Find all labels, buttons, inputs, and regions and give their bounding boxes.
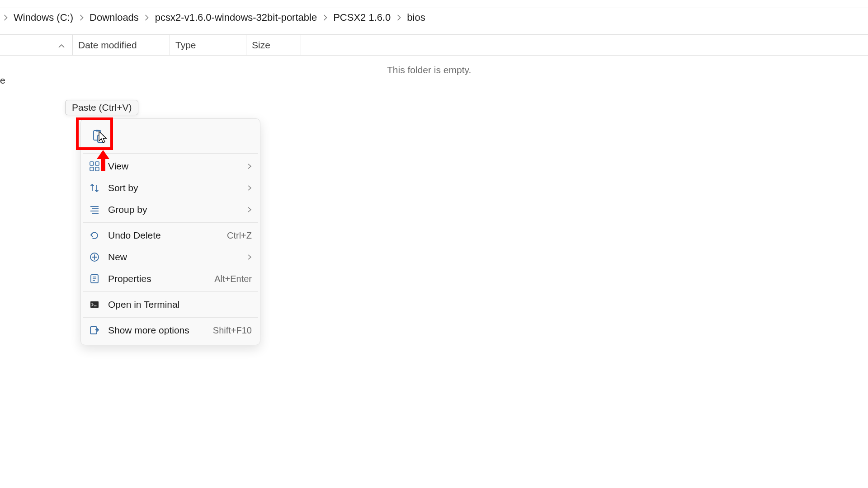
breadcrumb-item-bios[interactable]: bios <box>404 11 428 24</box>
menu-shortcut: Alt+Enter <box>214 274 252 284</box>
menu-item-undo-delete[interactable]: Undo Delete Ctrl+Z <box>81 225 260 246</box>
svg-rect-5 <box>90 167 94 171</box>
menu-shortcut: Shift+F10 <box>213 325 252 336</box>
group-by-icon <box>89 204 100 215</box>
column-header-size[interactable]: Size <box>246 40 301 51</box>
svg-rect-18 <box>90 301 99 308</box>
menu-item-label: Sort by <box>108 183 244 193</box>
menu-item-view[interactable]: View <box>81 155 260 177</box>
menu-item-open-terminal[interactable]: Open in Terminal <box>81 294 260 315</box>
breadcrumb-item-windows-c[interactable]: Windows (C:) <box>11 11 76 24</box>
menu-item-sort-by[interactable]: Sort by <box>81 177 260 199</box>
paste-button[interactable] <box>87 125 109 147</box>
menu-item-label: Show more options <box>108 325 213 336</box>
chevron-right-icon <box>247 161 252 172</box>
column-header-date[interactable]: Date modified <box>73 40 170 51</box>
sort-up-icon <box>58 40 65 51</box>
chevron-right-icon[interactable] <box>0 12 11 23</box>
menu-item-label: Undo Delete <box>108 230 227 241</box>
column-headers: e Date modified Type Size <box>0 35 868 55</box>
context-menu-action-row <box>81 122 260 151</box>
column-divider <box>301 35 301 55</box>
top-divider <box>0 8 868 8</box>
chevron-right-icon[interactable] <box>142 12 152 23</box>
paste-tooltip: Paste (Ctrl+V) <box>65 100 138 115</box>
menu-item-label: New <box>108 252 244 263</box>
paste-icon <box>92 129 104 143</box>
menu-divider <box>83 222 258 223</box>
context-menu: View Sort by Group by <box>80 118 260 345</box>
menu-divider <box>83 291 258 292</box>
chevron-right-icon[interactable] <box>320 12 330 23</box>
chevron-right-icon <box>247 252 252 263</box>
menu-item-label: View <box>108 161 244 172</box>
menu-item-show-more-options[interactable]: Show more options Shift+F10 <box>81 319 260 341</box>
columns-bottom-divider <box>0 55 868 56</box>
name-column-text-fragment: e <box>0 75 5 86</box>
svg-rect-6 <box>95 167 99 171</box>
menu-item-label: Open in Terminal <box>108 299 252 310</box>
breadcrumb-item-downloads[interactable]: Downloads <box>87 11 142 24</box>
menu-shortcut: Ctrl+Z <box>227 230 252 241</box>
menu-item-label: Properties <box>108 273 214 284</box>
svg-rect-20 <box>90 327 97 334</box>
menu-item-new[interactable]: New <box>81 246 260 268</box>
show-more-icon <box>89 325 100 336</box>
view-icon <box>89 161 100 172</box>
svg-rect-4 <box>95 162 99 165</box>
menu-divider <box>83 153 258 154</box>
column-header-type[interactable]: Type <box>170 40 246 51</box>
breadcrumb-item-pcsx2-1-6-0[interactable]: PCSX2 1.6.0 <box>330 11 393 24</box>
properties-icon <box>89 273 100 284</box>
new-icon <box>89 252 100 263</box>
svg-rect-1 <box>96 130 99 131</box>
menu-item-label: Group by <box>108 204 244 215</box>
breadcrumb-item-pcsx2-folder[interactable]: pcsx2-v1.6.0-windows-32bit-portable <box>152 11 320 24</box>
menu-item-properties[interactable]: Properties Alt+Enter <box>81 268 260 290</box>
menu-divider <box>83 317 258 318</box>
chevron-right-icon[interactable] <box>393 12 404 23</box>
chevron-right-icon <box>247 183 252 193</box>
terminal-icon <box>89 299 100 310</box>
chevron-right-icon <box>247 204 252 215</box>
svg-rect-3 <box>90 162 94 165</box>
undo-icon <box>89 230 100 241</box>
empty-folder-message: This folder is empty. <box>387 65 471 75</box>
breadcrumb: Windows (C:) Downloads pcsx2-v1.6.0-wind… <box>0 11 428 24</box>
chevron-right-icon[interactable] <box>76 12 87 23</box>
svg-rect-2 <box>98 135 104 142</box>
menu-item-group-by[interactable]: Group by <box>81 199 260 221</box>
sort-icon <box>89 183 100 193</box>
